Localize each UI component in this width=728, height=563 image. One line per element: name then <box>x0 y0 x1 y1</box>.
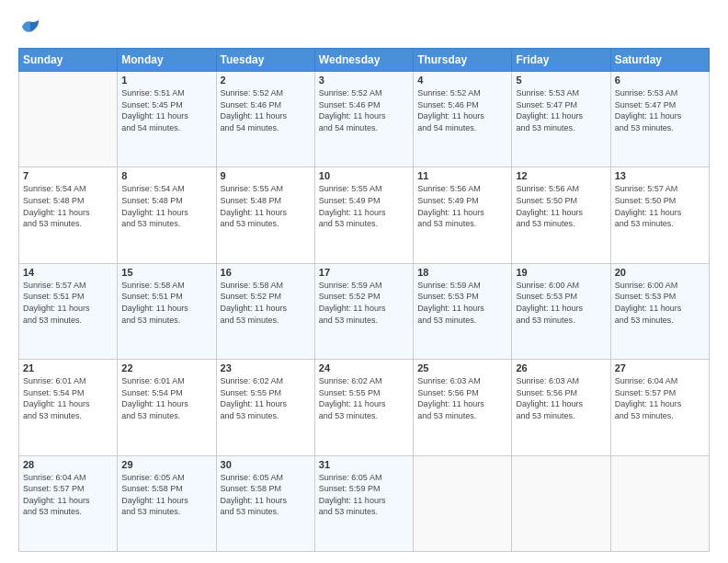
calendar-cell: 17Sunrise: 5:59 AM Sunset: 5:52 PM Dayli… <box>314 263 413 359</box>
header <box>18 17 710 39</box>
calendar-cell: 5Sunrise: 5:53 AM Sunset: 5:47 PM Daylig… <box>512 72 610 167</box>
calendar-cell: 3Sunrise: 5:52 AM Sunset: 5:46 PM Daylig… <box>314 72 413 167</box>
calendar-cell: 28Sunrise: 6:04 AM Sunset: 5:57 PM Dayli… <box>19 455 118 551</box>
weekday-header-wednesday: Wednesday <box>314 49 413 72</box>
day-info: Sunrise: 5:58 AM Sunset: 5:51 PM Dayligh… <box>121 280 211 326</box>
day-number: 5 <box>516 75 606 86</box>
calendar-cell: 15Sunrise: 5:58 AM Sunset: 5:51 PM Dayli… <box>118 263 216 359</box>
calendar-cell: 27Sunrise: 6:04 AM Sunset: 5:57 PM Dayli… <box>610 360 709 455</box>
day-number: 18 <box>417 267 507 278</box>
day-info: Sunrise: 5:55 AM Sunset: 5:49 PM Dayligh… <box>319 183 409 229</box>
day-info: Sunrise: 5:52 AM Sunset: 5:46 PM Dayligh… <box>319 87 409 133</box>
calendar-cell: 23Sunrise: 6:02 AM Sunset: 5:55 PM Dayli… <box>216 360 314 455</box>
calendar-cell: 13Sunrise: 5:57 AM Sunset: 5:50 PM Dayli… <box>610 167 709 263</box>
day-info: Sunrise: 5:56 AM Sunset: 5:49 PM Dayligh… <box>417 183 507 229</box>
calendar-cell <box>512 455 610 551</box>
weekday-header-monday: Monday <box>118 49 216 72</box>
calendar-cell: 24Sunrise: 6:02 AM Sunset: 5:55 PM Dayli… <box>314 360 413 455</box>
page: SundayMondayTuesdayWednesdayThursdayFrid… <box>0 0 728 563</box>
calendar-cell: 4Sunrise: 5:52 AM Sunset: 5:46 PM Daylig… <box>414 72 512 167</box>
day-number: 19 <box>516 267 606 278</box>
calendar-cell: 11Sunrise: 5:56 AM Sunset: 5:49 PM Dayli… <box>414 167 512 263</box>
day-number: 2 <box>221 75 311 86</box>
calendar-cell: 21Sunrise: 6:01 AM Sunset: 5:54 PM Dayli… <box>19 360 118 455</box>
day-number: 23 <box>221 362 311 373</box>
calendar-cell <box>19 72 118 167</box>
calendar-cell: 2Sunrise: 5:52 AM Sunset: 5:46 PM Daylig… <box>216 72 314 167</box>
day-number: 27 <box>615 362 705 373</box>
day-info: Sunrise: 5:58 AM Sunset: 5:52 PM Dayligh… <box>221 280 311 326</box>
calendar-table: SundayMondayTuesdayWednesdayThursdayFrid… <box>18 48 710 552</box>
day-number: 15 <box>121 267 211 278</box>
day-number: 7 <box>23 170 113 181</box>
calendar-cell: 8Sunrise: 5:54 AM Sunset: 5:48 PM Daylig… <box>118 167 216 263</box>
calendar-cell: 12Sunrise: 5:56 AM Sunset: 5:50 PM Dayli… <box>512 167 610 263</box>
day-info: Sunrise: 5:56 AM Sunset: 5:50 PM Dayligh… <box>516 183 606 229</box>
day-info: Sunrise: 5:53 AM Sunset: 5:47 PM Dayligh… <box>615 87 705 133</box>
calendar-cell <box>414 455 512 551</box>
day-info: Sunrise: 5:57 AM Sunset: 5:50 PM Dayligh… <box>615 183 705 229</box>
calendar-cell: 22Sunrise: 6:01 AM Sunset: 5:54 PM Dayli… <box>118 360 216 455</box>
day-info: Sunrise: 5:55 AM Sunset: 5:48 PM Dayligh… <box>221 183 311 229</box>
day-info: Sunrise: 6:05 AM Sunset: 5:58 PM Dayligh… <box>221 472 311 518</box>
day-number: 26 <box>516 362 606 373</box>
day-number: 21 <box>23 362 113 373</box>
weekday-header-friday: Friday <box>512 49 610 72</box>
day-info: Sunrise: 5:54 AM Sunset: 5:48 PM Dayligh… <box>23 183 113 229</box>
calendar-cell: 30Sunrise: 6:05 AM Sunset: 5:58 PM Dayli… <box>216 455 314 551</box>
day-info: Sunrise: 5:52 AM Sunset: 5:46 PM Dayligh… <box>221 87 311 133</box>
day-info: Sunrise: 5:59 AM Sunset: 5:52 PM Dayligh… <box>319 280 409 326</box>
day-number: 20 <box>615 267 705 278</box>
day-info: Sunrise: 5:57 AM Sunset: 5:51 PM Dayligh… <box>23 280 113 326</box>
day-number: 8 <box>121 170 211 181</box>
weekday-header-sunday: Sunday <box>19 49 118 72</box>
calendar-cell: 29Sunrise: 6:05 AM Sunset: 5:58 PM Dayli… <box>118 455 216 551</box>
day-number: 30 <box>221 459 311 470</box>
day-number: 10 <box>319 170 409 181</box>
weekday-header-saturday: Saturday <box>610 49 709 72</box>
day-info: Sunrise: 6:04 AM Sunset: 5:57 PM Dayligh… <box>615 375 705 421</box>
day-info: Sunrise: 6:05 AM Sunset: 5:59 PM Dayligh… <box>319 472 409 518</box>
day-number: 9 <box>221 170 311 181</box>
day-info: Sunrise: 6:02 AM Sunset: 5:55 PM Dayligh… <box>319 375 409 421</box>
day-info: Sunrise: 6:03 AM Sunset: 5:56 PM Dayligh… <box>516 375 606 421</box>
day-info: Sunrise: 5:53 AM Sunset: 5:47 PM Dayligh… <box>516 87 606 133</box>
logo <box>18 17 40 39</box>
calendar-cell: 9Sunrise: 5:55 AM Sunset: 5:48 PM Daylig… <box>216 167 314 263</box>
calendar-cell: 18Sunrise: 5:59 AM Sunset: 5:53 PM Dayli… <box>414 263 512 359</box>
day-number: 11 <box>417 170 507 181</box>
calendar-cell: 7Sunrise: 5:54 AM Sunset: 5:48 PM Daylig… <box>19 167 118 263</box>
weekday-header-tuesday: Tuesday <box>216 49 314 72</box>
day-number: 25 <box>417 362 507 373</box>
calendar-cell: 6Sunrise: 5:53 AM Sunset: 5:47 PM Daylig… <box>610 72 709 167</box>
day-info: Sunrise: 6:04 AM Sunset: 5:57 PM Dayligh… <box>23 472 113 518</box>
calendar-cell: 10Sunrise: 5:55 AM Sunset: 5:49 PM Dayli… <box>314 167 413 263</box>
day-number: 31 <box>319 459 409 470</box>
day-info: Sunrise: 6:01 AM Sunset: 5:54 PM Dayligh… <box>23 375 113 421</box>
day-number: 14 <box>23 267 113 278</box>
calendar-cell: 20Sunrise: 6:00 AM Sunset: 5:53 PM Dayli… <box>610 263 709 359</box>
day-info: Sunrise: 5:52 AM Sunset: 5:46 PM Dayligh… <box>417 87 507 133</box>
day-info: Sunrise: 5:54 AM Sunset: 5:48 PM Dayligh… <box>121 183 211 229</box>
calendar-cell: 1Sunrise: 5:51 AM Sunset: 5:45 PM Daylig… <box>118 72 216 167</box>
day-info: Sunrise: 6:01 AM Sunset: 5:54 PM Dayligh… <box>121 375 211 421</box>
day-number: 1 <box>121 75 211 86</box>
calendar-cell: 19Sunrise: 6:00 AM Sunset: 5:53 PM Dayli… <box>512 263 610 359</box>
day-info: Sunrise: 6:03 AM Sunset: 5:56 PM Dayligh… <box>417 375 507 421</box>
day-number: 29 <box>121 459 211 470</box>
calendar-cell: 25Sunrise: 6:03 AM Sunset: 5:56 PM Dayli… <box>414 360 512 455</box>
day-info: Sunrise: 5:51 AM Sunset: 5:45 PM Dayligh… <box>121 87 211 133</box>
day-number: 16 <box>221 267 311 278</box>
calendar-cell: 26Sunrise: 6:03 AM Sunset: 5:56 PM Dayli… <box>512 360 610 455</box>
day-number: 12 <box>516 170 606 181</box>
day-number: 4 <box>417 75 507 86</box>
day-number: 6 <box>615 75 705 86</box>
day-info: Sunrise: 6:05 AM Sunset: 5:58 PM Dayligh… <box>121 472 211 518</box>
day-number: 22 <box>121 362 211 373</box>
day-number: 28 <box>23 459 113 470</box>
calendar-cell: 16Sunrise: 5:58 AM Sunset: 5:52 PM Dayli… <box>216 263 314 359</box>
day-number: 24 <box>319 362 409 373</box>
day-info: Sunrise: 6:00 AM Sunset: 5:53 PM Dayligh… <box>615 280 705 326</box>
day-info: Sunrise: 6:00 AM Sunset: 5:53 PM Dayligh… <box>516 280 606 326</box>
logo-icon <box>20 17 40 40</box>
